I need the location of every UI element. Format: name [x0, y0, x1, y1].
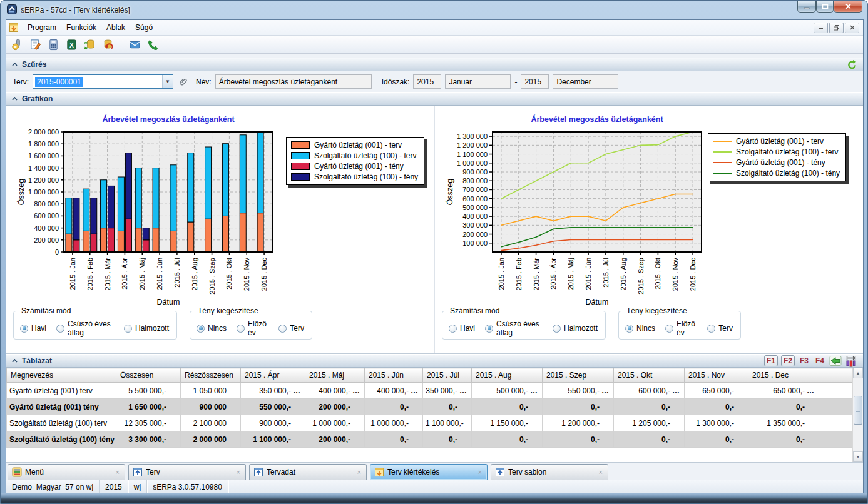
column-header[interactable]: 2015 . Máj — [305, 368, 365, 383]
tab-men-[interactable]: Menü× — [8, 464, 125, 480]
radio-nincs[interactable]: Nincs — [197, 324, 227, 333]
maximize-button[interactable] — [816, 1, 834, 13]
radio-nincs[interactable]: Nincs — [625, 324, 655, 333]
radio-button-icon[interactable] — [237, 325, 245, 333]
radio-button-icon[interactable] — [665, 325, 673, 333]
table-cell[interactable]: 1 300 000,- — [685, 415, 748, 431]
minimize-button[interactable] — [797, 1, 816, 13]
table-cell[interactable]: 1 050 000 — [181, 383, 241, 399]
table-cell[interactable]: 0,- — [365, 431, 423, 448]
chart-section-header[interactable]: Grafikon — [6, 92, 863, 106]
table-cell[interactable]: 0,- — [472, 431, 543, 448]
table-cell[interactable]: 0,- — [423, 431, 472, 448]
table-section-header[interactable]: Táblázat F1F2F3F4 — [6, 354, 863, 368]
terv-combobox[interactable]: 2015-000001 ▼ — [33, 74, 173, 89]
radio-button-icon[interactable] — [56, 325, 64, 333]
table-cell[interactable]: 1 150 000,- — [472, 415, 543, 431]
table-cell[interactable]: 0,- — [685, 399, 748, 415]
column-header[interactable]: 2015 . Okt — [614, 368, 685, 383]
radio-button-icon[interactable] — [553, 325, 561, 333]
cell-ellipsis-button[interactable]: … — [350, 386, 362, 395]
column-header[interactable]: 2015 . Jún — [365, 368, 423, 383]
radio-el-z-v[interactable]: Előző év — [665, 320, 697, 337]
fkey-button-f1[interactable]: F1 — [764, 355, 778, 366]
scrollbar-thumb[interactable] — [854, 396, 862, 425]
table-vertical-scrollbar[interactable]: ▲ ▼ — [852, 368, 863, 462]
radio-havi[interactable]: Havi — [20, 324, 46, 333]
menu-item-súgó[interactable]: Súgó — [130, 21, 158, 34]
radio-halmozott[interactable]: Halmozott — [124, 324, 169, 333]
scroll-up-icon[interactable]: ▲ — [853, 368, 863, 378]
column-header[interactable]: 2015 . Dec — [748, 368, 819, 383]
radio-cs-sz-ves-tlag[interactable]: Csúszó éves átlag — [56, 320, 114, 337]
nev-field[interactable]: Árbevétel megoszlás üzletáganként — [215, 74, 372, 89]
tab-terv-sablon[interactable]: Terv sablon× — [491, 464, 608, 480]
radio-el-z-v[interactable]: Előző év — [237, 320, 268, 337]
table-cell[interactable]: 0,- — [423, 399, 472, 415]
column-header[interactable]: 2015 . Ápr — [241, 368, 305, 383]
table-cell[interactable]: 600 000,-… — [614, 383, 685, 399]
menu-item-ablak[interactable]: Ablak — [101, 21, 130, 34]
table-row[interactable]: Szolgáltató üzletág (100) tény3 300 000,… — [7, 431, 854, 448]
table-cell[interactable]: 1 100 000,- — [241, 431, 305, 448]
column-layout-icon[interactable] — [845, 355, 857, 367]
month-from-field[interactable]: Január — [445, 74, 511, 89]
table-cell[interactable]: 1 000 000,- — [305, 415, 365, 431]
cell-ellipsis-button[interactable]: … — [457, 386, 469, 395]
tab-terv-ki-rt-kel-s[interactable]: Terv kiértékelés× — [370, 464, 488, 480]
table-cell[interactable]: 400 000,-… — [305, 383, 365, 399]
mdi-close-button[interactable] — [845, 23, 859, 33]
tab-terv[interactable]: Terv× — [128, 464, 246, 480]
table-cell[interactable]: 0,- — [543, 399, 614, 415]
table-cell[interactable]: 900 000 — [181, 399, 241, 415]
column-header[interactable]: Összesen — [116, 368, 181, 383]
table-cell[interactable]: 500 000,-… — [472, 383, 543, 399]
database-refresh-icon[interactable] — [83, 38, 96, 51]
table-cell[interactable]: 2 000 000 — [181, 431, 241, 448]
table-cell[interactable]: 1 350 000,- — [748, 415, 819, 431]
column-header[interactable]: Részösszesen — [181, 368, 241, 383]
table-cell[interactable]: 1 100 000,- — [423, 415, 472, 431]
table-cell[interactable]: 0,- — [365, 399, 423, 415]
table-cell[interactable]: 550 000,- — [241, 399, 305, 415]
year-from-field[interactable]: 2015 — [413, 74, 441, 89]
table-cell[interactable]: 900 000,- — [241, 415, 305, 431]
table-cell[interactable]: 200 000,- — [305, 431, 365, 448]
menu-item-funkciók[interactable]: Funkciók — [61, 21, 101, 34]
cell-ellipsis-button[interactable]: … — [670, 386, 682, 395]
cell-ellipsis-button[interactable]: … — [291, 386, 302, 395]
excel-export-icon[interactable]: X — [64, 38, 78, 51]
year-to-field[interactable]: 2015 — [521, 74, 549, 89]
table-cell[interactable]: 1 650 000,- — [116, 399, 181, 415]
database-undo-icon[interactable] — [101, 38, 115, 51]
column-header[interactable]: 2015 . Júl — [423, 368, 472, 383]
row-name-cell[interactable]: Gyártó üzletág (001) terv — [7, 383, 116, 399]
tab-close-icon[interactable]: × — [598, 468, 604, 476]
fkey-button-f4[interactable]: F4 — [814, 356, 826, 366]
row-name-cell[interactable]: Szolgáltató üzletág (100) tény — [7, 431, 116, 448]
mdi-minimize-button[interactable] — [814, 23, 828, 33]
radio-button-icon[interactable] — [197, 325, 205, 333]
phone-icon[interactable] — [146, 38, 160, 51]
attachment-icon[interactable] — [177, 74, 190, 89]
radio-button-icon[interactable] — [449, 325, 457, 333]
cell-ellipsis-button[interactable]: … — [528, 386, 539, 395]
table-cell[interactable]: 350 000,-… — [241, 383, 305, 399]
filter-section-header[interactable]: Szűrés — [6, 58, 863, 71]
table-cell[interactable]: 1 200 000,- — [543, 415, 614, 431]
table-cell[interactable]: 650 000,- — [685, 383, 748, 399]
radio-cs-sz-ves-tlag[interactable]: Csúszó éves átlag — [485, 320, 543, 337]
table-cell[interactable]: 0,- — [543, 431, 614, 448]
email-icon[interactable] — [128, 38, 141, 51]
table-cell[interactable]: 400 000,-… — [365, 383, 423, 399]
radio-button-icon[interactable] — [485, 325, 493, 333]
tab-tervadat[interactable]: Tervadat× — [249, 464, 367, 480]
fkey-button-f3[interactable]: F3 — [798, 356, 810, 366]
radio-button-icon[interactable] — [20, 325, 28, 333]
table-cell[interactable]: 550 000,-… — [543, 383, 614, 399]
table-cell[interactable]: 1 000 000,- — [365, 415, 423, 431]
radio-terv[interactable]: Terv — [707, 324, 733, 333]
table-row[interactable]: Szolgáltató üzletág (100) terv12 305 000… — [7, 415, 854, 431]
radio-button-icon[interactable] — [707, 325, 715, 333]
radio-halmozott[interactable]: Halmozott — [553, 324, 598, 333]
